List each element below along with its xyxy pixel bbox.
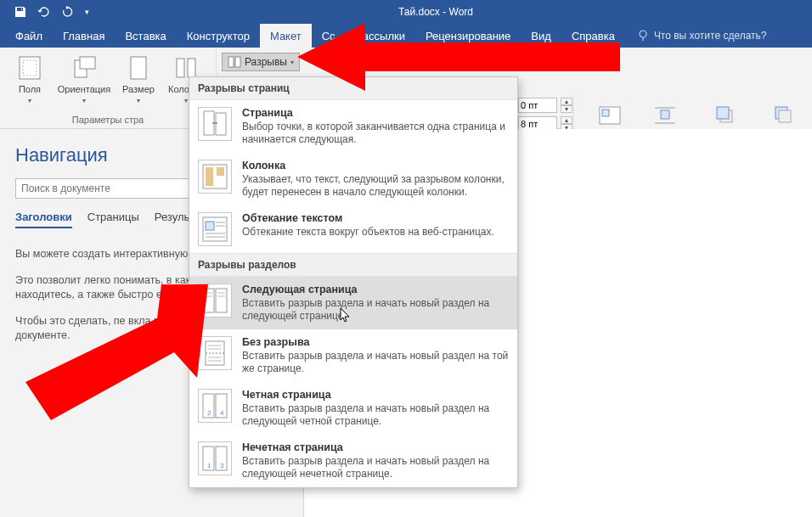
svg-rect-8 [188, 59, 195, 77]
svg-rect-23 [206, 167, 213, 186]
dd-title: Без разрыва [242, 336, 509, 348]
dd-section-section-breaks: Разрывы разделов [189, 253, 517, 277]
save-icon[interactable] [8, 0, 32, 24]
size-label: Размер [122, 84, 155, 94]
svg-rect-1 [642, 37, 643, 41]
tab-design[interactable]: Конструктор [177, 24, 260, 48]
svg-rect-10 [235, 57, 240, 67]
bring-forward-icon [712, 102, 739, 129]
svg-rect-24 [217, 167, 224, 176]
svg-rect-17 [717, 107, 729, 119]
dd-item-odd-page[interactable]: 13 Нечетная страницаВставить разрыв разд… [189, 435, 517, 487]
svg-text:3: 3 [220, 462, 224, 469]
svg-rect-7 [177, 59, 184, 77]
orientation-button[interactable]: Ориентация▾ [54, 51, 114, 106]
odd-page-icon: 13 [198, 441, 232, 475]
dd-desc: Выбор точки, в которой заканчивается одн… [242, 121, 509, 146]
annotation-arrow-bottom [8, 272, 221, 424]
dd-title: Обтекание текстом [242, 212, 494, 224]
dd-title: Нечетная страница [242, 441, 509, 453]
svg-marker-51 [297, 23, 620, 91]
spin-up-icon[interactable]: ▲ [561, 116, 572, 124]
redo-icon[interactable] [56, 0, 80, 24]
tell-me[interactable]: Что вы хотите сделать? [625, 24, 767, 48]
send-backward-icon [770, 102, 798, 129]
undo-icon[interactable] [32, 0, 56, 24]
svg-rect-13 [661, 110, 669, 119]
dd-title: Четная страница [242, 389, 509, 401]
column-break-icon [198, 160, 232, 194]
dd-desc: Указывает, что текст, следующий за разры… [242, 173, 509, 199]
dd-item-continuous[interactable]: Без разрываВставить разрыв раздела и нач… [189, 329, 517, 382]
tab-home[interactable]: Главная [53, 24, 115, 48]
dd-title: Колонка [242, 160, 509, 171]
svg-rect-19 [779, 110, 791, 122]
nav-tab-results[interactable]: Резуль [155, 211, 189, 228]
orientation-icon [70, 54, 98, 81]
qat-customize-icon[interactable]: ▾ [80, 0, 93, 24]
dd-title: Следующая страница [242, 284, 509, 295]
svg-text:1: 1 [207, 462, 211, 469]
svg-rect-5 [80, 57, 95, 69]
quick-access-toolbar: ▾ [0, 0, 93, 24]
svg-point-0 [640, 31, 646, 37]
group-page-setup: Поля▾ Ориентация▾ Размер▾ Колонки▾ Парам… [0, 48, 217, 128]
cursor-icon [340, 307, 352, 323]
svg-rect-9 [228, 57, 234, 67]
tab-file[interactable]: Файл [5, 24, 53, 48]
nav-tab-headings[interactable]: Заголовки [15, 211, 72, 228]
dd-item-wrapping[interactable]: Обтекание текстомОбтекание текста вокруг… [189, 205, 517, 253]
dd-desc: Вставить разрыв раздела и начать новый р… [242, 402, 509, 428]
dd-desc: Вставить разрыв раздела и начать новый р… [242, 297, 509, 323]
breaks-dropdown: Разрывы страниц СтраницаВыбор точки, в к… [189, 76, 518, 488]
tell-me-label: Что вы хотите сделать? [654, 30, 767, 42]
group-page-setup-label: Параметры стра [7, 115, 209, 126]
dd-desc: Вставить разрыв раздела и начать новый р… [242, 350, 509, 375]
svg-marker-52 [25, 284, 208, 420]
document-title: Тай.docx - Word [93, 6, 812, 18]
svg-rect-21 [216, 113, 226, 135]
wrap-icon [651, 102, 679, 129]
breaks-icon [228, 56, 241, 68]
margins-button[interactable]: Поля▾ [7, 51, 53, 106]
orientation-label: Ориентация [58, 84, 110, 94]
margins-label: Поля [19, 84, 41, 94]
tab-insert[interactable]: Вставка [115, 24, 176, 48]
nav-tab-pages[interactable]: Страницы [87, 211, 139, 228]
margins-icon [16, 54, 43, 81]
dd-item-column[interactable]: КолонкаУказывает, что текст, следующий з… [189, 153, 517, 205]
size-icon [125, 54, 152, 81]
dd-desc: Вставить разрыв раздела и начать новый р… [242, 455, 509, 480]
dd-item-next-page[interactable]: Следующая страницаВставить разрыв раздел… [189, 277, 517, 329]
svg-rect-6 [131, 57, 146, 79]
size-button[interactable]: Размер▾ [116, 51, 161, 106]
svg-rect-26 [206, 222, 214, 230]
dd-desc: Обтекание текста вокруг объектов на веб-… [242, 226, 494, 239]
dd-item-even-page[interactable]: 24 Четная страницаВставить разрыв раздел… [189, 382, 517, 435]
annotation-arrow-top [272, 19, 629, 112]
text-wrapping-icon [198, 212, 232, 246]
page-break-icon [198, 107, 232, 141]
